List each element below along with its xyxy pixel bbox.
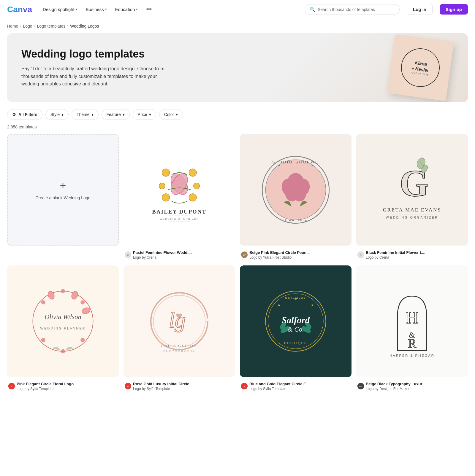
- search-icon: 🔍: [310, 7, 315, 12]
- signup-button[interactable]: Sign up: [440, 4, 468, 15]
- template-grid: + Create a blank Wedding Logo: [0, 134, 475, 404]
- breadcrumb-logo[interactable]: Logo: [23, 24, 32, 28]
- login-button[interactable]: Log in: [407, 4, 433, 15]
- avatar: DM: [357, 383, 364, 389]
- avatar: YF: [241, 251, 248, 258]
- avatar: S: [8, 383, 15, 389]
- card-image-wrapper: Olivia Wilson WEDDING PLANNER: [7, 265, 119, 377]
- breadcrumb-current: Wedding Logos: [70, 24, 99, 28]
- svg-point-24: [278, 165, 280, 166]
- card-image-wrapper: H & R HARPER & RHEGAR: [356, 265, 468, 377]
- breadcrumb-sep: ›: [34, 24, 35, 28]
- template-card[interactable]: BAILEY DUPONT WEDDING ORGANIZER C Pastel…: [124, 134, 235, 261]
- svg-point-7: [189, 194, 197, 201]
- breadcrumb: Home › Logo › Logo templates › Wedding L…: [0, 19, 475, 33]
- avatar: C: [125, 251, 131, 258]
- svg-point-40: [80, 300, 85, 304]
- card-title: Beige Pink Elegant Circle Peon...: [249, 250, 310, 255]
- svg-text:HARPER & RHEGAR: HARPER & RHEGAR: [390, 354, 434, 357]
- svg-point-67: [278, 305, 280, 306]
- card-thumbnail: BAILEY DUPONT WEDDING ORGANIZER: [124, 134, 235, 246]
- svg-point-2: [162, 169, 170, 176]
- chevron-down-icon: ▾: [149, 112, 151, 117]
- svg-text:S: S: [243, 385, 245, 388]
- card-info: C Pastel Feminine Flower Weddi... Logo b…: [124, 246, 235, 261]
- price-filter-button[interactable]: Price ▾: [133, 109, 156, 120]
- nav-more-button[interactable]: •••: [142, 4, 155, 15]
- canva-logo[interactable]: Canva: [7, 5, 32, 14]
- card-author: Logo by Syifa Template: [17, 387, 74, 391]
- hero-text: Wedding logo templates Say "I do" to a b…: [21, 47, 176, 88]
- all-filters-button[interactable]: ⚙ All Filters: [7, 109, 42, 120]
- chevron-down-icon: ▾: [76, 7, 77, 11]
- feature-filter-button[interactable]: Feature ▾: [102, 109, 130, 120]
- card-image-wrapper: EST. 2025 Salford & Co. BOUTIQUE: [240, 265, 352, 377]
- breadcrumb-sep: ›: [20, 24, 21, 28]
- card-title: Black Feminine Initial Flower L...: [366, 250, 425, 255]
- template-card[interactable]: lg LOUIS GLORIA PHOTOGRAPHY S Rose Gold …: [124, 265, 235, 392]
- navbar: Canva Design spotlight ▾ Business ▾ Educ…: [0, 0, 475, 19]
- card-title: Rose Gold Luxury Initial Circle ...: [133, 382, 194, 386]
- card-author-row: C Pastel Feminine Flower Weddi... Logo b…: [125, 250, 234, 260]
- card-image-wrapper: lg LOUIS GLORIA PHOTOGRAPHY: [124, 265, 235, 377]
- card-thumbnail: G G GRETA MAE EVANS WEDDING ORGANIZER: [356, 134, 468, 246]
- svg-text:S: S: [127, 385, 129, 388]
- svg-point-38: [33, 291, 93, 351]
- chevron-down-icon: ▾: [61, 112, 64, 117]
- svg-point-41: [80, 338, 85, 342]
- svg-point-44: [41, 300, 45, 304]
- card-author-row: C Black Feminine Initial Flower L... Log…: [357, 250, 467, 260]
- card-thumbnail: H & R HARPER & RHEGAR: [356, 265, 468, 377]
- blank-card-thumb[interactable]: + Create a blank Wedding Logo: [7, 134, 119, 246]
- svg-point-39: [61, 289, 65, 293]
- nav-education[interactable]: Education ▾: [112, 4, 142, 14]
- svg-text:WEDDING ORGANIZER: WEDDING ORGANIZER: [160, 217, 199, 220]
- hero-title: Wedding logo templates: [21, 47, 176, 60]
- template-card[interactable]: H & R HARPER & RHEGAR DM Beige Black Typ…: [356, 265, 468, 392]
- card-author: Logo by Syifa Template: [133, 387, 194, 391]
- card-title: Pastel Feminine Flower Weddi...: [133, 250, 192, 255]
- avatar: S: [125, 383, 131, 389]
- svg-point-46: [81, 307, 91, 315]
- chevron-down-icon: ▾: [176, 112, 178, 117]
- template-card[interactable]: STUDIO SHODWE flower shop YF Beige Pink …: [240, 134, 352, 261]
- create-blank-card[interactable]: + Create a blank Wedding Logo: [7, 134, 119, 261]
- svg-text:C: C: [360, 254, 362, 257]
- hero-card-name: Kiana+ Kesler: [411, 59, 430, 73]
- search-bar[interactable]: 🔍: [305, 4, 400, 15]
- filter-icon: ⚙: [12, 112, 16, 117]
- search-input[interactable]: [318, 7, 395, 12]
- filters-bar: ⚙ All Filters Style ▾ Theme ▾ Feature ▾ …: [0, 109, 475, 123]
- avatar: C: [357, 251, 364, 258]
- template-card[interactable]: G G GRETA MAE EVANS WEDDING ORGANIZER: [356, 134, 468, 261]
- hero-description: Say "I do" to a beautifully crafted wedd…: [21, 65, 176, 88]
- svg-text:R: R: [408, 336, 417, 350]
- svg-point-25: [312, 165, 314, 166]
- breadcrumb-logo-templates[interactable]: Logo templates: [37, 24, 66, 28]
- card-author-row: DM Beige Black Typography Luxur... Logo …: [357, 382, 467, 391]
- card-author: Logo by Syifa Template: [249, 387, 308, 391]
- card-author-row: S Rose Gold Luxury Initial Circle ... Lo…: [125, 382, 234, 391]
- svg-text:WEDDING PLANNER: WEDDING PLANNER: [40, 327, 86, 330]
- svg-text:Salford: Salford: [282, 315, 310, 325]
- blank-card-label: Create a blank Wedding Logo: [31, 195, 95, 200]
- svg-text:flower shop: flower shop: [284, 219, 308, 222]
- svg-point-42: [61, 349, 65, 353]
- color-filter-button[interactable]: Color ▾: [159, 109, 183, 120]
- svg-point-3: [189, 169, 197, 176]
- card-title: Beige Black Typography Luxur...: [366, 382, 425, 386]
- nav-business[interactable]: Business ▾: [82, 4, 110, 14]
- svg-text:LOUIS GLORIA: LOUIS GLORIA: [161, 344, 197, 348]
- theme-filter-button[interactable]: Theme ▾: [72, 109, 99, 120]
- template-card[interactable]: EST. 2025 Salford & Co. BOUTIQUE S Blue …: [240, 265, 352, 392]
- nav-design-spotlight[interactable]: Design spotlight ▾: [39, 4, 81, 14]
- breadcrumb-home[interactable]: Home: [7, 24, 18, 28]
- card-author-row: S Pink Elegant Circle Floral Logo Logo b…: [8, 382, 118, 391]
- template-card[interactable]: Olivia Wilson WEDDING PLANNER S Pink Ele…: [7, 265, 119, 392]
- svg-point-47: [47, 290, 55, 300]
- svg-text:BAILEY DUPONT: BAILEY DUPONT: [152, 209, 207, 215]
- card-author: Logo by Yuliia Frost Studio: [249, 255, 310, 260]
- svg-point-1: [168, 171, 191, 197]
- svg-text:DM: DM: [359, 386, 362, 388]
- style-filter-button[interactable]: Style ▾: [45, 109, 69, 120]
